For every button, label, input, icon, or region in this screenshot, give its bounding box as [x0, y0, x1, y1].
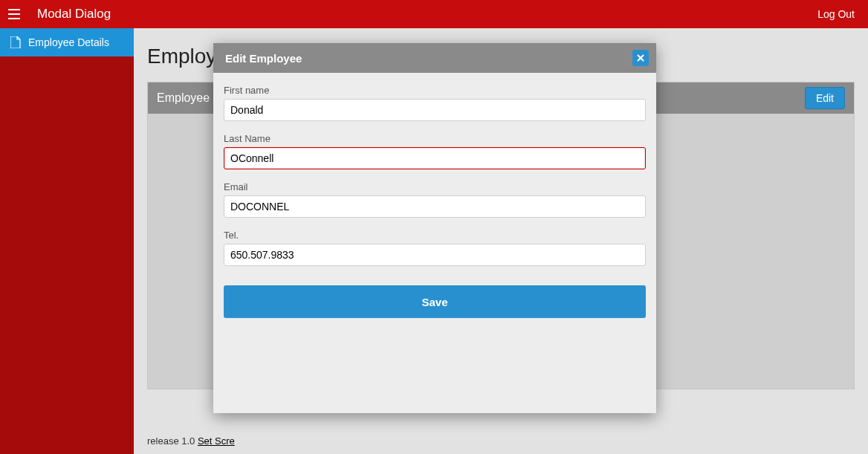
first-name-input[interactable] — [224, 99, 646, 121]
hamburger-menu-button[interactable] — [0, 0, 28, 28]
first-name-label: First name — [224, 85, 646, 96]
modal-close-button[interactable] — [632, 50, 649, 66]
last-name-label: Last Name — [224, 133, 646, 144]
logout-link[interactable]: Log Out — [804, 8, 868, 20]
modal-header: Edit Employee — [213, 43, 656, 73]
hamburger-icon — [8, 9, 20, 19]
sidebar-item-employee-details[interactable]: Employee Details — [0, 28, 134, 56]
tel-input[interactable] — [224, 244, 646, 266]
modal-title: Edit Employee — [225, 52, 302, 65]
save-button[interactable]: Save — [224, 285, 646, 318]
email-row: Email — [224, 181, 646, 218]
app-title: Modal Dialog — [37, 7, 111, 22]
tel-label: Tel. — [224, 230, 646, 241]
set-screen-link[interactable]: Set Scre — [198, 435, 235, 447]
email-label: Email — [224, 181, 646, 192]
sidebar: Employee Details — [0, 28, 134, 454]
first-name-row: First name — [224, 85, 646, 121]
last-name-input[interactable] — [224, 147, 646, 169]
footer: release 1.0 Set Scre — [147, 435, 235, 447]
last-name-row: Last Name — [224, 133, 646, 169]
email-input[interactable] — [224, 195, 646, 218]
sidebar-item-label: Employee Details — [28, 36, 109, 48]
top-bar: Modal Dialog Log Out — [0, 0, 868, 28]
edit-employee-modal: Edit Employee First name Last Name Email… — [213, 43, 656, 413]
release-text: release 1.0 — [147, 435, 198, 447]
tel-row: Tel. — [224, 230, 646, 266]
edit-button[interactable]: Edit — [805, 87, 845, 109]
panel-title: Employee — [157, 91, 210, 105]
document-icon — [10, 36, 21, 48]
close-icon — [637, 54, 644, 62]
modal-body: First name Last Name Email Tel. Save — [213, 73, 656, 413]
